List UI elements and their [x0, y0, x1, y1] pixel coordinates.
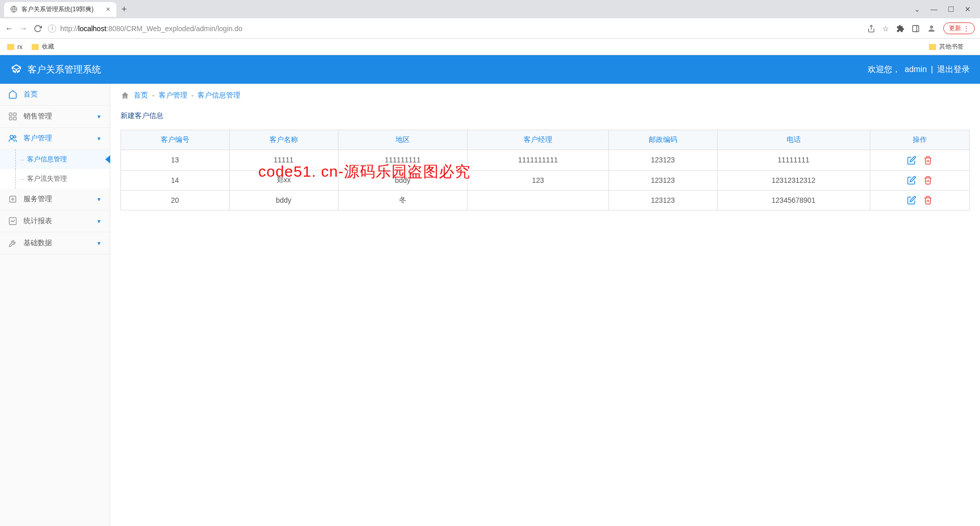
sidebar-item-service[interactable]: 服务管理 ▼: [0, 188, 110, 210]
active-arrow-icon: [105, 155, 110, 163]
cell-id: 14: [121, 170, 230, 190]
logout-link[interactable]: 退出登录: [937, 64, 970, 75]
cell-region: 111111111: [338, 150, 468, 170]
sidebar-item-base[interactable]: 基础数据 ▼: [0, 232, 110, 254]
new-customer-link[interactable]: 新建客户信息: [120, 107, 163, 130]
th-manager: 客户经理: [468, 130, 609, 150]
update-button[interactable]: 更新⋮: [943, 22, 975, 34]
cell-id: 20: [121, 190, 230, 210]
sidebar-item-sales[interactable]: 销售管理 ▼: [0, 106, 110, 128]
address-bar: ← → i http://localhost:8080/CRM_Web_expl…: [0, 18, 980, 39]
sidebar-label: 销售管理: [23, 112, 52, 121]
back-button[interactable]: ←: [5, 24, 13, 33]
chevron-down-icon: ▼: [96, 114, 102, 119]
side-panel-icon[interactable]: [912, 24, 920, 33]
breadcrumb-home[interactable]: 首页: [134, 91, 148, 100]
cell-phone: 12312312312: [717, 170, 870, 190]
bookmark-rx[interactable]: rx: [7, 43, 22, 51]
breadcrumb-sep: -: [191, 91, 194, 100]
th-action: 操作: [870, 130, 969, 150]
home-icon: [120, 91, 130, 100]
share-icon[interactable]: [867, 24, 875, 33]
bookmark-other[interactable]: 其他书签: [929, 42, 964, 51]
bookmark-fav[interactable]: 收藏: [32, 42, 54, 51]
cell-region: 冬: [338, 190, 468, 210]
sidebar-item-stats[interactable]: 统计报表 ▼: [0, 210, 110, 232]
close-window-icon[interactable]: ✕: [965, 5, 971, 13]
header-sep: |: [931, 65, 933, 74]
app-header: 客户关系管理系统 欢迎您， admin | 退出登录: [0, 55, 980, 84]
cell-region: bddy: [338, 170, 468, 190]
forward-button[interactable]: →: [19, 24, 28, 33]
cell-manager: 123: [468, 170, 609, 190]
svg-point-9: [10, 135, 13, 138]
edit-icon[interactable]: [907, 196, 916, 205]
profile-icon[interactable]: [927, 23, 936, 33]
sidebar-sub-customer-loss[interactable]: --客户流失管理: [0, 169, 110, 188]
maximize-icon[interactable]: ☐: [948, 5, 954, 13]
sidebar: 首页 销售管理 ▼ 客户管理 ▼ --客户信息管理 --客户流失管理 服务管理 …: [0, 84, 110, 526]
dropdown-icon[interactable]: ⌄: [914, 5, 920, 13]
url-text: http://localhost:8080/CRM_Web_exploded/a…: [60, 25, 242, 33]
grid-icon: [8, 112, 18, 121]
sidebar-sub-label: 客户流失管理: [27, 174, 67, 183]
main-content: 首页 - 客户管理 - 客户信息管理 新建客户信息 客户编号 客户名称 地区 客…: [110, 84, 980, 526]
logo-icon: [10, 63, 22, 76]
url-box[interactable]: i http://localhost:8080/CRM_Web_exploded…: [48, 25, 861, 33]
delete-icon[interactable]: [923, 176, 933, 185]
chevron-down-icon: ▼: [96, 136, 102, 141]
reload-button[interactable]: [34, 24, 42, 33]
app-title: 客户关系管理系统: [28, 63, 101, 76]
table-row: 1311111111111111111111111112312311111111: [121, 150, 970, 170]
svg-rect-2: [913, 26, 919, 32]
chart-icon: [8, 217, 18, 226]
cell-name: 11111: [229, 150, 338, 170]
breadcrumb-l1[interactable]: 客户管理: [159, 91, 187, 100]
th-region: 地区: [338, 130, 468, 150]
extensions-icon[interactable]: [896, 24, 904, 33]
edit-icon[interactable]: [907, 155, 916, 164]
minimize-icon[interactable]: —: [930, 5, 938, 13]
cell-action: [870, 150, 969, 170]
sidebar-label: 基础数据: [23, 238, 52, 248]
sidebar-label: 统计报表: [23, 217, 52, 226]
cell-name: bddy: [229, 190, 338, 210]
site-info-icon[interactable]: i: [48, 25, 56, 33]
cell-name: 郑xx: [229, 170, 338, 190]
cell-postal: 123123: [608, 150, 717, 170]
new-tab-button[interactable]: +: [121, 4, 127, 15]
delete-icon[interactable]: [923, 196, 933, 205]
cell-manager: [468, 190, 609, 210]
sidebar-label: 客户管理: [23, 134, 52, 143]
app-logo: 客户关系管理系统: [10, 63, 101, 76]
delete-icon[interactable]: [923, 155, 933, 164]
chevron-down-icon: ▼: [96, 241, 102, 246]
folder-icon: [7, 44, 14, 50]
customer-table: 客户编号 客户名称 地区 客户经理 邮政编码 电话 操作 13111111111…: [120, 130, 970, 210]
sidebar-label: 服务管理: [23, 195, 52, 204]
tools-icon: [8, 238, 18, 248]
close-tab-icon[interactable]: ×: [106, 5, 110, 13]
table-header-row: 客户编号 客户名称 地区 客户经理 邮政编码 电话 操作: [121, 130, 970, 150]
edit-icon[interactable]: [907, 176, 916, 185]
sidebar-item-home[interactable]: 首页: [0, 84, 110, 106]
tab-title: 客户关系管理系统(19郭爽): [21, 5, 93, 14]
browser-tab[interactable]: 客户关系管理系统(19郭爽) ×: [4, 2, 116, 17]
star-icon[interactable]: ☆: [883, 25, 889, 33]
home-icon: [8, 90, 18, 99]
sidebar-item-customer[interactable]: 客户管理 ▼: [0, 128, 110, 150]
svg-rect-7: [9, 117, 12, 120]
svg-rect-6: [14, 113, 16, 115]
sidebar-sub-customer-info[interactable]: --客户信息管理: [0, 150, 110, 169]
bookmark-bar: rx 收藏 其他书签: [0, 39, 980, 55]
tab-bar: 客户关系管理系统(19郭爽) × + ⌄ — ☐ ✕: [0, 0, 980, 18]
chevron-down-icon: ▼: [96, 219, 102, 224]
breadcrumb-l2[interactable]: 客户信息管理: [198, 91, 240, 100]
th-phone: 电话: [717, 130, 870, 150]
breadcrumb: 首页 - 客户管理 - 客户信息管理: [120, 84, 970, 107]
svg-point-10: [14, 136, 16, 138]
window-controls: ⌄ — ☐ ✕: [914, 5, 976, 13]
table-row: 14郑xxbddy12312312312312312312: [121, 170, 970, 190]
cell-action: [870, 190, 969, 210]
cell-phone: 12345678901: [717, 190, 870, 210]
